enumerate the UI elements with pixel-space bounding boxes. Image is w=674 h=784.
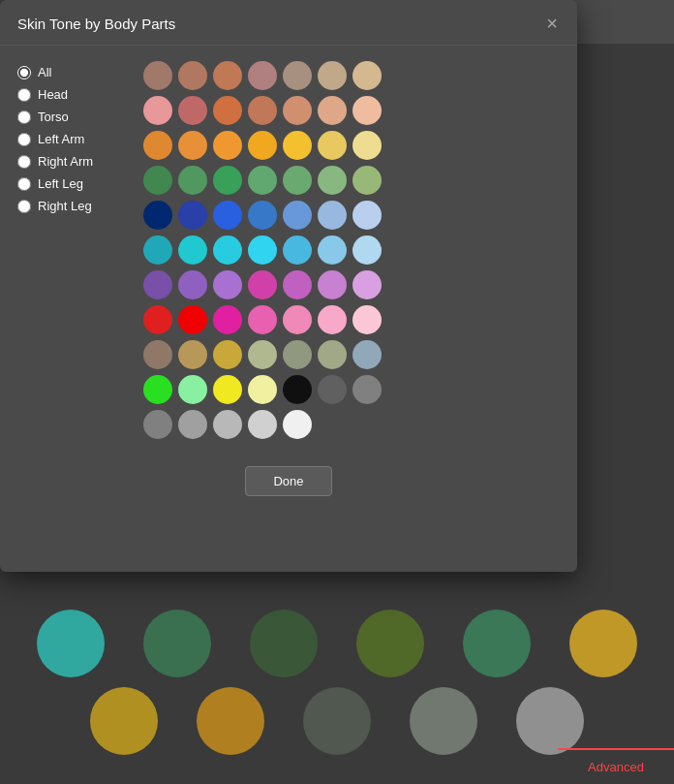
color-dot-8-2[interactable] [213,340,242,369]
color-dot-6-4[interactable] [283,270,312,299]
done-button[interactable]: Done [245,466,331,496]
color-dot-1-2[interactable] [213,96,242,125]
color-dot-3-4[interactable] [283,166,312,195]
color-dot-3-2[interactable] [213,166,242,195]
color-row-3 [143,166,560,195]
color-dot-4-0[interactable] [143,201,172,230]
color-dot-8-6[interactable] [352,340,382,369]
color-dot-1-3[interactable] [248,96,277,125]
color-dot-6-5[interactable] [318,270,347,299]
color-dot-1-5[interactable] [318,96,347,125]
color-dot-10-1[interactable] [178,410,207,439]
color-dot-1-1[interactable] [178,96,207,125]
radio-item-all[interactable]: All [17,65,124,79]
color-dot-1-6[interactable] [352,96,382,125]
color-dot-3-0[interactable] [143,166,172,195]
color-dot-2-2[interactable] [213,131,242,160]
color-dot-4-2[interactable] [213,201,242,230]
color-dot-6-6[interactable] [352,270,382,299]
color-dot-3-1[interactable] [178,166,207,195]
radio-torso[interactable] [17,110,31,124]
color-dot-5-5[interactable] [318,235,347,265]
color-dot-9-1[interactable] [178,375,207,404]
color-dot-7-0[interactable] [143,305,172,334]
color-dot-2-3[interactable] [248,131,277,160]
color-dot-5-1[interactable] [178,235,207,265]
color-dot-4-5[interactable] [318,201,347,230]
color-dot-3-6[interactable] [352,166,382,195]
color-dot-4-1[interactable] [178,201,207,230]
color-dot-9-6[interactable] [352,375,382,404]
color-dot-8-3[interactable] [248,340,277,369]
color-dot-7-2[interactable] [213,305,242,334]
color-dot-2-0[interactable] [143,131,172,160]
color-dot-6-2[interactable] [213,270,242,299]
color-dot-2-6[interactable] [352,131,382,160]
color-dot-0-3[interactable] [248,61,277,90]
color-dot-1-0[interactable] [143,96,172,125]
color-dot-8-0[interactable] [143,340,172,369]
color-dot-0-5[interactable] [318,61,347,90]
color-dot-0-4[interactable] [283,61,312,90]
color-dot-10-0[interactable] [143,410,172,439]
radio-item-left-leg[interactable]: Left Leg [17,176,124,191]
color-dot-2-1[interactable] [178,131,207,160]
radio-right-leg[interactable] [17,200,31,213]
bg-circle-row-1 [19,610,655,677]
color-dot-0-1[interactable] [178,61,207,90]
color-dot-5-3[interactable] [248,235,277,265]
color-dot-0-2[interactable] [213,61,242,90]
radio-head[interactable] [17,88,31,102]
radio-all[interactable] [17,66,31,79]
bg-circle-1-4 [516,687,584,755]
close-button[interactable]: × [544,14,560,33]
color-dot-4-3[interactable] [248,201,277,230]
color-dot-7-5[interactable] [318,305,347,334]
color-dot-6-3[interactable] [248,270,277,299]
color-dot-8-1[interactable] [178,340,207,369]
color-dot-3-3[interactable] [248,166,277,195]
radio-right-arm[interactable] [17,155,31,169]
color-dot-5-4[interactable] [283,235,312,265]
color-dot-10-4[interactable] [283,410,312,439]
radio-item-right-leg[interactable]: Right Leg [17,199,124,213]
color-dot-6-0[interactable] [143,270,172,299]
color-dot-4-4[interactable] [283,201,312,230]
color-dot-9-5[interactable] [318,375,347,404]
color-dot-7-6[interactable] [352,305,382,334]
radio-item-right-arm[interactable]: Right Arm [17,154,124,169]
color-dot-3-5[interactable] [318,166,347,195]
color-dot-7-3[interactable] [248,305,277,334]
color-dot-8-5[interactable] [318,340,347,369]
color-dot-5-0[interactable] [143,235,172,265]
radio-label-head: Head [38,87,68,102]
color-dot-1-4[interactable] [283,96,312,125]
color-dot-0-6[interactable] [352,61,382,90]
color-dot-5-2[interactable] [213,235,242,265]
color-dot-2-4[interactable] [283,131,312,160]
radio-label-right-leg: Right Leg [38,199,92,213]
color-dot-9-0[interactable] [143,375,172,404]
color-dot-7-1[interactable] [178,305,207,334]
color-dot-9-2[interactable] [213,375,242,404]
color-dot-7-4[interactable] [283,305,312,334]
color-dot-8-4[interactable] [283,340,312,369]
color-dot-9-4[interactable] [283,375,312,404]
radio-left-leg[interactable] [17,177,31,191]
bg-circle-0-1 [143,610,211,677]
color-dot-9-3[interactable] [248,375,277,404]
radio-item-head[interactable]: Head [17,87,124,102]
bg-circle-0-3 [356,610,424,677]
radio-left-arm[interactable] [17,133,31,146]
color-dot-5-6[interactable] [352,235,382,265]
color-dot-4-6[interactable] [352,201,382,230]
color-dot-2-5[interactable] [318,131,347,160]
radio-item-torso[interactable]: Torso [17,110,124,124]
color-dot-0-0[interactable] [143,61,172,90]
color-dot-6-1[interactable] [178,270,207,299]
color-dot-10-3[interactable] [248,410,277,439]
color-dot-10-2[interactable] [213,410,242,439]
advanced-bar[interactable]: Advanced [558,748,674,784]
color-grid [143,61,560,439]
radio-item-left-arm[interactable]: Left Arm [17,132,124,146]
